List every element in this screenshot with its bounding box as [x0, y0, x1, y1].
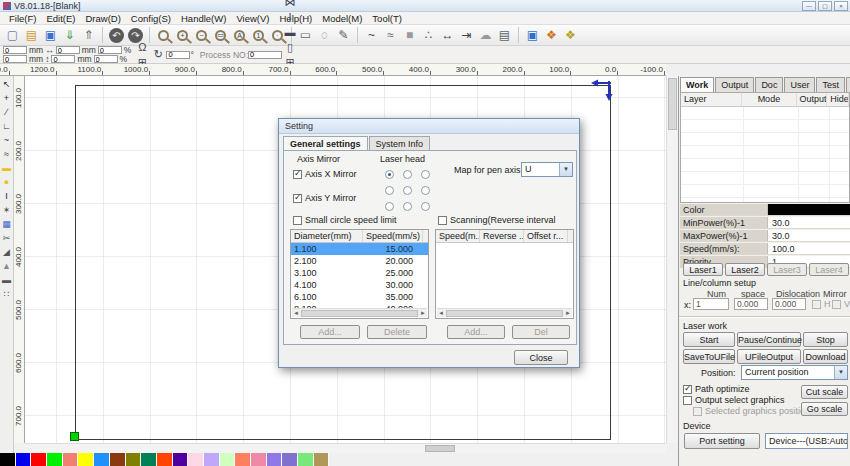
laser-head-radio-7[interactable]: [403, 202, 412, 211]
same-height-icon[interactable]: ⇥: [457, 27, 476, 44]
download-button[interactable]: Download: [803, 349, 848, 364]
pos-x-input[interactable]: [3, 46, 27, 54]
open-file-icon[interactable]: ▤: [22, 27, 41, 44]
axis-x-mirror-box[interactable]: [293, 170, 302, 179]
scale-y-input[interactable]: [94, 55, 118, 63]
palette-color-9[interactable]: [141, 453, 157, 466]
laser-head-radio-0[interactable]: [385, 170, 394, 179]
speed-delete-button[interactable]: Delete: [367, 325, 427, 339]
cut-scale-button[interactable]: Cut scale: [801, 385, 848, 399]
stop-button[interactable]: Stop: [803, 332, 848, 347]
minimize-button[interactable]: —: [802, 1, 816, 11]
position-combo[interactable]: Current position ▼: [741, 365, 848, 380]
close-button[interactable]: Close: [514, 350, 568, 365]
pause-continue-button[interactable]: Pause/Continue: [737, 332, 801, 347]
pen-icon[interactable]: ✎: [334, 27, 353, 44]
small-circle-checkbox[interactable]: Small circle speed limit: [293, 215, 397, 225]
list-panel-icon[interactable]: ▤: [495, 27, 514, 44]
space-input[interactable]: [734, 298, 768, 310]
scanning-del-button[interactable]: Del: [512, 325, 570, 339]
palette-color-4[interactable]: [63, 453, 79, 466]
mirror-v-box[interactable]: [832, 300, 841, 309]
cloud-icon[interactable]: ☁: [476, 27, 495, 44]
dislocation-input[interactable]: [772, 298, 806, 310]
menu-configs[interactable]: Config(S): [126, 13, 176, 24]
laser-head-radio-1[interactable]: [403, 170, 412, 179]
text-tool-icon[interactable]: I: [1, 190, 13, 202]
scale-x-input[interactable]: [98, 46, 122, 54]
property-value[interactable]: 30.0: [768, 230, 850, 241]
undo-icon[interactable]: ↶: [109, 28, 124, 43]
palette-color-7[interactable]: [110, 453, 126, 466]
tab-doc[interactable]: Doc: [755, 77, 783, 92]
import-icon[interactable]: ⇓: [60, 27, 79, 44]
palette-color-13[interactable]: [204, 453, 220, 466]
same-height-tool-icon[interactable]: Ι: [282, 10, 298, 25]
menu-viewv[interactable]: View(V): [231, 13, 274, 24]
select-tool-icon[interactable]: ↖: [1, 78, 13, 90]
horizontal-scrollbar[interactable]: [25, 443, 666, 453]
same-size-icon[interactable]: ▬: [282, 25, 298, 40]
curve-tool-icon[interactable]: ~: [1, 134, 13, 146]
node-select-icon[interactable]: ◌: [315, 27, 334, 44]
weld-tool-icon[interactable]: ◢: [1, 246, 13, 258]
height-input[interactable]: [51, 55, 75, 63]
dialog-title-bar[interactable]: Setting: [279, 119, 579, 134]
maximize-button[interactable]: ▢: [818, 1, 832, 11]
tab-work[interactable]: Work: [680, 77, 714, 92]
fill-rect-icon[interactable]: ■: [400, 27, 419, 44]
export-icon[interactable]: ⇑: [79, 27, 98, 44]
speed-limit-table[interactable]: Diameter(mm)Speed(mm/s) 1.10015.0002.100…: [290, 229, 429, 319]
palette-color-2[interactable]: [31, 453, 47, 466]
equal-column-icon[interactable]: ▯: [282, 40, 298, 55]
property-value[interactable]: [768, 204, 850, 215]
node-edit-tool-icon[interactable]: +: [1, 92, 13, 104]
zoom-page-icon[interactable]: ▭: [215, 30, 226, 41]
selected-graphics-position-checkbox[interactable]: Selected graphics position: [693, 406, 810, 416]
zoom-in-icon[interactable]: +: [177, 30, 188, 41]
laser2-button[interactable]: Laser2: [725, 263, 765, 276]
dialog-tab-system-info[interactable]: System Info: [369, 136, 431, 150]
laser-head-radio-8[interactable]: [421, 202, 430, 211]
palette-color-15[interactable]: [235, 453, 251, 466]
checkbox-box[interactable]: [683, 396, 692, 405]
dialog-tab-general-settings[interactable]: General settings: [283, 136, 368, 151]
array-copy-alt-icon[interactable]: ❖: [561, 27, 580, 44]
small-circle-box[interactable]: [293, 216, 302, 225]
speed-table-row[interactable]: 4.10030.000: [291, 279, 428, 291]
same-width-icon[interactable]: ↔: [438, 27, 457, 44]
bezier-tool-icon[interactable]: ≈: [1, 148, 13, 160]
speed-add-button[interactable]: Add...: [300, 325, 360, 339]
laser-head-radio-2[interactable]: [421, 170, 430, 179]
dot-matrix-tool-icon[interactable]: ∷: [1, 288, 13, 300]
palette-color-1[interactable]: [16, 453, 32, 466]
laser-head-radio-4[interactable]: [403, 186, 412, 195]
close-button[interactable]: ×: [834, 1, 848, 11]
zoom-out-icon[interactable]: −: [196, 30, 207, 41]
zoom-select-icon[interactable]: [158, 30, 169, 41]
speed-table-scrollbar[interactable]: ◄►: [292, 308, 427, 317]
menu-handlew[interactable]: Handle(W): [176, 13, 231, 24]
scanning-box[interactable]: [438, 216, 447, 225]
lock-ratio-icon[interactable]: Ω: [134, 40, 150, 55]
laser-head-radio-5[interactable]: [421, 186, 430, 195]
axis-x-mirror-checkbox[interactable]: Axis X Mirror: [293, 169, 357, 179]
scanning-table[interactable]: Speed(m...Reverse ...Offset r... ◄►: [435, 229, 574, 319]
speed-table-row[interactable]: 3.10025.000: [291, 267, 428, 279]
layer-table[interactable]: LayerModeOutputHide: [680, 92, 850, 203]
speed-table-row[interactable]: 2.10020.000: [291, 255, 428, 267]
laser-head-radio-6[interactable]: [385, 202, 394, 211]
mirror-tool-icon[interactable]: ▲: [1, 260, 13, 272]
bitmap-tool-icon[interactable]: ▦: [1, 218, 13, 230]
zoom-1-1-icon[interactable]: 1: [253, 30, 264, 41]
preview-monitor-icon[interactable]: ▣: [523, 27, 542, 44]
checkbox-box[interactable]: [683, 385, 692, 394]
pen-axis-combo[interactable]: U ▼: [521, 162, 573, 177]
freehand-icon[interactable]: ≈: [381, 27, 400, 44]
polyline-tool-icon[interactable]: ∟: [1, 120, 13, 132]
mirror-h-box[interactable]: [812, 300, 821, 309]
menu-edite[interactable]: Edit(E): [41, 13, 80, 24]
vertical-scrollbar[interactable]: [666, 76, 678, 443]
mirror-h-checkbox[interactable]: H: [812, 299, 831, 309]
horizontal-scrollbar-thumb[interactable]: [425, 445, 455, 452]
